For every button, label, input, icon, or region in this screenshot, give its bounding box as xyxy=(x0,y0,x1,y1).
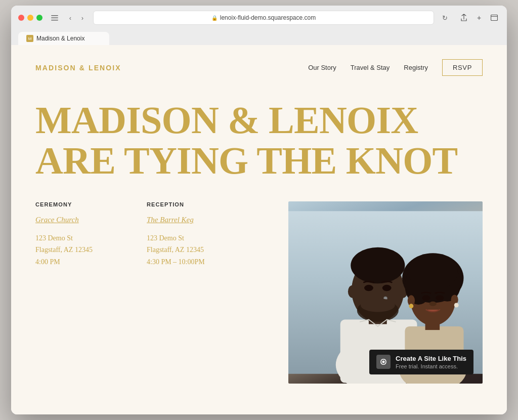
squarespace-logo-icon xyxy=(376,355,391,369)
svg-rect-3 xyxy=(491,15,498,21)
lock-icon: 🔒 xyxy=(211,15,218,21)
svg-point-27 xyxy=(409,304,413,308)
svg-point-10 xyxy=(351,247,405,283)
nav-links: Our Story Travel & Stay Registry RSVP xyxy=(308,59,483,76)
photo-container: Create A Site Like This Free trial. Inst… xyxy=(288,201,483,384)
ceremony-details: 123 Demo St Flagstaff, AZ 12345 4:00 PM xyxy=(35,232,147,268)
svg-point-30 xyxy=(422,295,430,301)
reception-label: RECEPTION xyxy=(147,201,258,207)
hero-title: MADISON & LENOIX ARE TYING THE KNOT xyxy=(35,100,483,181)
ceremony-venue-link[interactable]: Grace Church xyxy=(35,216,147,224)
back-button[interactable]: ‹ xyxy=(65,12,76,23)
forward-button[interactable]: › xyxy=(77,12,88,23)
badge-text: Create A Site Like This Free trial. Inst… xyxy=(396,355,466,369)
site-navigation: MADISON & LENOIX Our Story Travel & Stay… xyxy=(11,45,507,90)
navigation-arrows: ‹ › xyxy=(65,12,88,23)
nav-link-our-story[interactable]: Our Story xyxy=(308,64,336,71)
ceremony-address-2: Flagstaff, AZ 12345 xyxy=(35,244,147,256)
share-icon[interactable] xyxy=(458,12,469,23)
new-tab-icon[interactable]: + xyxy=(473,12,485,23)
reception-address-2: Flagstaff, AZ 12345 xyxy=(147,244,258,256)
svg-point-29 xyxy=(454,303,459,307)
maximize-button[interactable] xyxy=(36,15,42,21)
browser-chrome: ‹ › 🔒 lenoix-fluid-demo.squarespace.com … xyxy=(11,6,507,45)
hero-line-2: ARE TYING THE KNOT xyxy=(35,141,483,181)
nav-link-travel-stay[interactable]: Travel & Stay xyxy=(351,64,390,71)
url-text: lenoix-fluid-demo.squarespace.com xyxy=(220,14,316,21)
address-bar[interactable]: 🔒 lenoix-fluid-demo.squarespace.com xyxy=(93,11,434,25)
site-logo: MADISON & LENOIX xyxy=(35,64,121,72)
window-controls xyxy=(50,13,60,22)
minimize-button[interactable] xyxy=(27,15,33,21)
badge-title: Create A Site Like This xyxy=(396,355,466,363)
hero-section: MADISON & LENOIX ARE TYING THE KNOT xyxy=(11,90,507,181)
browser-actions: + xyxy=(458,12,500,23)
svg-point-32 xyxy=(429,301,437,306)
rsvp-button[interactable]: RSVP xyxy=(442,59,483,76)
reception-venue-link[interactable]: The Barrel Keg xyxy=(147,216,258,224)
svg-point-11 xyxy=(348,285,357,298)
ceremony-column: CEREMONY Grace Church 123 Demo St Flagst… xyxy=(35,201,147,268)
close-button[interactable] xyxy=(18,15,24,21)
reception-time: 4:30 PM – 10:00PM xyxy=(147,256,258,268)
tab-bar: M Madison & Lenoix xyxy=(18,29,500,45)
svg-point-31 xyxy=(436,295,444,301)
content-section: CEREMONY Grace Church 123 Demo St Flagst… xyxy=(11,181,507,384)
svg-point-17 xyxy=(361,298,395,312)
svg-point-14 xyxy=(364,284,373,291)
reception-details: 123 Demo St Flagstaff, AZ 12345 4:30 PM … xyxy=(147,232,258,268)
reload-button[interactable]: ↻ xyxy=(439,12,450,23)
tab-title: Madison & Lenoix xyxy=(36,35,84,42)
ceremony-time: 4:00 PM xyxy=(35,256,147,268)
ceremony-address-1: 123 Demo St xyxy=(35,232,147,244)
svg-point-25 xyxy=(408,254,458,290)
nav-link-registry[interactable]: Registry xyxy=(404,64,428,71)
hero-line-1: MADISON & LENOIX xyxy=(35,100,483,141)
tab-favicon: M xyxy=(26,35,33,42)
ceremony-label: CEREMONY xyxy=(35,201,147,207)
website-content: MADISON & LENOIX Our Story Travel & Stay… xyxy=(11,45,507,414)
squarespace-badge[interactable]: Create A Site Like This Free trial. Inst… xyxy=(369,350,473,374)
active-tab[interactable]: M Madison & Lenoix xyxy=(18,32,109,45)
svg-rect-0 xyxy=(51,15,58,16)
badge-subtitle: Free trial. Instant access. xyxy=(396,363,466,369)
reception-address-1: 123 Demo St xyxy=(147,232,258,244)
browser-window: ‹ › 🔒 lenoix-fluid-demo.squarespace.com … xyxy=(11,6,507,414)
reception-column: RECEPTION The Barrel Keg 123 Demo St Fla… xyxy=(147,201,258,268)
svg-point-15 xyxy=(382,284,392,291)
traffic-lights xyxy=(18,15,42,21)
svg-rect-2 xyxy=(51,20,58,21)
window-icon[interactable] xyxy=(489,12,500,23)
svg-rect-1 xyxy=(51,17,58,18)
sidebar-toggle-icon[interactable] xyxy=(50,13,60,22)
